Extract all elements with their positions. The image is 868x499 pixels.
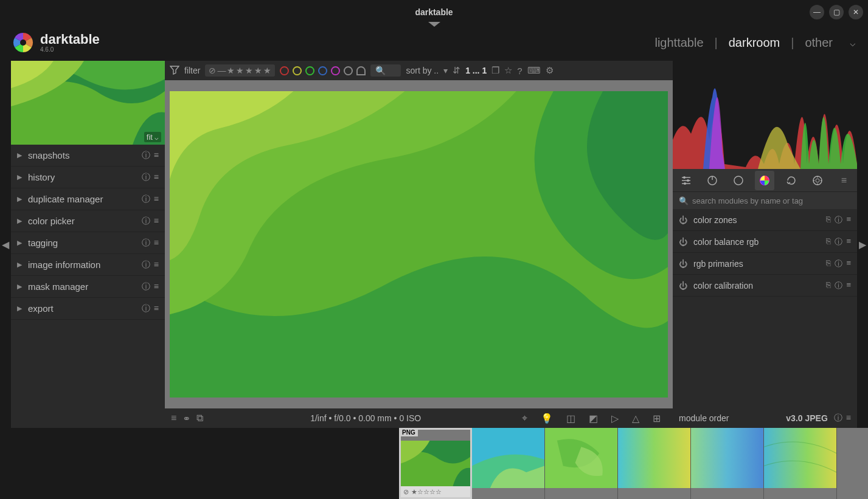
module-color-zones[interactable]: ⏻color zones⎘ⓘ≡ xyxy=(673,209,857,231)
left-panel-collapse-handle[interactable]: ◀ xyxy=(0,61,11,428)
presets-icon[interactable]: ≡ xyxy=(154,238,159,249)
image-canvas[interactable] xyxy=(165,80,673,408)
left-panel-snapshots[interactable]: ▶snapshotsⓘ≡ xyxy=(11,145,165,167)
presets-icon[interactable]: ≡ xyxy=(154,216,159,227)
color-filter-5[interactable] xyxy=(344,66,353,75)
tab-correct[interactable] xyxy=(782,171,801,190)
reset-icon[interactable]: ⓘ xyxy=(142,281,150,292)
reset-icon[interactable]: ⓘ xyxy=(835,236,842,247)
multi-instance-icon[interactable]: ⎘ xyxy=(826,280,831,291)
app-logo[interactable]: darktable 4.6.0 xyxy=(12,32,100,53)
styles-icon[interactable]: ⚭ xyxy=(182,413,190,424)
multi-instance-icon[interactable]: ⎘ xyxy=(826,215,831,225)
color-filter-0[interactable] xyxy=(280,66,289,75)
reset-icon[interactable]: ⓘ xyxy=(835,258,842,269)
filter-presets-icon[interactable] xyxy=(170,65,179,77)
quick-access-icon[interactable]: ≡ xyxy=(171,413,176,424)
left-panel-color-picker[interactable]: ▶color pickerⓘ≡ xyxy=(11,210,165,232)
presets-icon[interactable]: ≡ xyxy=(154,303,159,314)
color-filter-3[interactable] xyxy=(318,66,327,75)
nav-other[interactable]: other xyxy=(805,36,833,50)
tab-quick-access[interactable] xyxy=(676,171,696,190)
tab-presets-menu-icon[interactable]: ≡ xyxy=(834,171,853,190)
tab-effect[interactable] xyxy=(808,171,827,190)
minimize-button[interactable]: — xyxy=(810,5,824,19)
presets-icon[interactable]: ≡ xyxy=(846,215,851,225)
sort-direction-icon[interactable]: ⇵ xyxy=(453,65,460,76)
left-panel-mask-manager[interactable]: ▶mask managerⓘ≡ xyxy=(11,276,165,298)
module-color-calibration[interactable]: ⏻color calibration⎘ⓘ≡ xyxy=(673,275,857,297)
presets-icon[interactable]: ≡ xyxy=(846,413,851,424)
softproof-icon[interactable]: ▷ xyxy=(611,413,619,424)
power-icon[interactable]: ⏻ xyxy=(679,281,687,291)
left-panel-history[interactable]: ▶historyⓘ≡ xyxy=(11,167,165,188)
search-input[interactable]: 🔍 xyxy=(370,64,401,77)
reset-icon[interactable]: ⓘ xyxy=(142,260,150,270)
filmstrip-thumb-5[interactable] xyxy=(691,428,764,499)
presets-icon[interactable]: ≡ xyxy=(154,260,159,270)
histogram[interactable] xyxy=(673,61,857,169)
expand-top-panel-handle[interactable] xyxy=(428,22,440,27)
gamut-check-icon[interactable]: △ xyxy=(632,413,639,424)
power-icon[interactable]: ⏻ xyxy=(679,259,687,269)
module-search[interactable]: 🔍 search modules by name or tag xyxy=(673,192,857,209)
zoom-fit-dropdown[interactable]: fit xyxy=(144,132,161,142)
presets-icon[interactable]: ≡ xyxy=(846,236,851,247)
color-filter-4[interactable] xyxy=(331,66,340,75)
close-button[interactable]: ✕ xyxy=(849,5,863,19)
module-order-row[interactable]: module order v3.0 JPEG ⓘ≡ xyxy=(673,408,857,428)
rating-stars[interactable]: ★☆☆☆☆ xyxy=(411,488,442,496)
filmstrip-thumb-3[interactable] xyxy=(545,428,618,499)
filmstrip-thumb-6[interactable] xyxy=(764,428,837,499)
left-panel-duplicate-manager[interactable]: ▶duplicate managerⓘ≡ xyxy=(11,188,165,210)
presets-icon[interactable]: ≡ xyxy=(154,281,159,292)
filmstrip-thumb-4[interactable] xyxy=(618,428,691,499)
navigation-preview[interactable]: fit xyxy=(11,61,165,145)
color-filter-6[interactable] xyxy=(356,66,366,75)
reset-icon[interactable]: ⓘ xyxy=(142,303,150,314)
reset-icon[interactable]: ⓘ xyxy=(142,238,150,249)
power-icon[interactable]: ⏻ xyxy=(679,237,687,247)
filmstrip[interactable]: ⊘★☆☆☆☆ xyxy=(0,428,868,499)
presets-icon[interactable]: ≡ xyxy=(154,172,159,183)
reset-icon[interactable]: ⓘ xyxy=(835,280,842,291)
presets-icon[interactable]: ≡ xyxy=(154,150,159,161)
help-icon[interactable]: ? xyxy=(517,66,522,76)
color-filter-2[interactable] xyxy=(305,66,314,75)
keyboard-shortcuts-icon[interactable]: ⌨ xyxy=(527,65,541,76)
filmstrip-thumb-2[interactable] xyxy=(472,428,545,499)
left-panel-image-information[interactable]: ▶image informationⓘ≡ xyxy=(11,254,165,276)
nav-dropdown-icon[interactable]: ⌵ xyxy=(850,37,856,49)
reset-icon[interactable]: ⓘ xyxy=(142,150,150,161)
tab-base[interactable] xyxy=(729,171,748,190)
raw-overexposed-icon[interactable]: ◫ xyxy=(566,413,575,424)
tab-active-modules[interactable] xyxy=(703,171,722,190)
guides-overlay-icon[interactable]: ⊞ xyxy=(653,413,661,424)
maximize-button[interactable]: ▢ xyxy=(829,5,844,19)
right-panel-collapse-handle[interactable]: ▶ xyxy=(857,61,868,428)
color-filter-1[interactable] xyxy=(293,66,302,75)
nav-lighttable[interactable]: lighttable xyxy=(654,36,703,50)
left-panel-export[interactable]: ▶exportⓘ≡ xyxy=(11,298,165,320)
overlay-star-icon[interactable]: ☆ xyxy=(504,65,512,76)
rating-filter[interactable]: ⊘—★★★★★ xyxy=(205,64,275,77)
focus-peaking-icon[interactable]: ⌖ xyxy=(522,413,527,424)
tab-color[interactable] xyxy=(755,171,774,190)
reset-icon[interactable]: ⓘ xyxy=(142,172,150,183)
reset-icon[interactable]: ⓘ xyxy=(835,215,842,225)
nav-darkroom[interactable]: darkroom xyxy=(729,36,780,50)
reject-icon[interactable]: ⊘ xyxy=(403,488,409,496)
filmstrip-thumb-1[interactable]: ⊘★☆☆☆☆ xyxy=(399,428,472,499)
power-icon[interactable]: ⏻ xyxy=(679,215,687,225)
sort-dropdown-chevron-icon[interactable]: ▾ xyxy=(443,66,448,75)
reset-icon[interactable]: ⓘ xyxy=(142,194,150,205)
presets-icon[interactable]: ≡ xyxy=(846,258,851,269)
module-rgb-primaries[interactable]: ⏻rgb primaries⎘ⓘ≡ xyxy=(673,253,857,275)
second-window-icon[interactable]: ⧉ xyxy=(196,413,203,424)
presets-icon[interactable]: ≡ xyxy=(846,280,851,291)
multi-instance-icon[interactable]: ⎘ xyxy=(826,258,831,269)
reset-icon[interactable]: ⓘ xyxy=(834,413,842,424)
module-color-balance-rgb[interactable]: ⏻color balance rgb⎘ⓘ≡ xyxy=(673,231,857,253)
sort-dropdown[interactable]: sort by .. xyxy=(406,66,439,75)
clipping-icon[interactable]: ◩ xyxy=(589,413,598,424)
